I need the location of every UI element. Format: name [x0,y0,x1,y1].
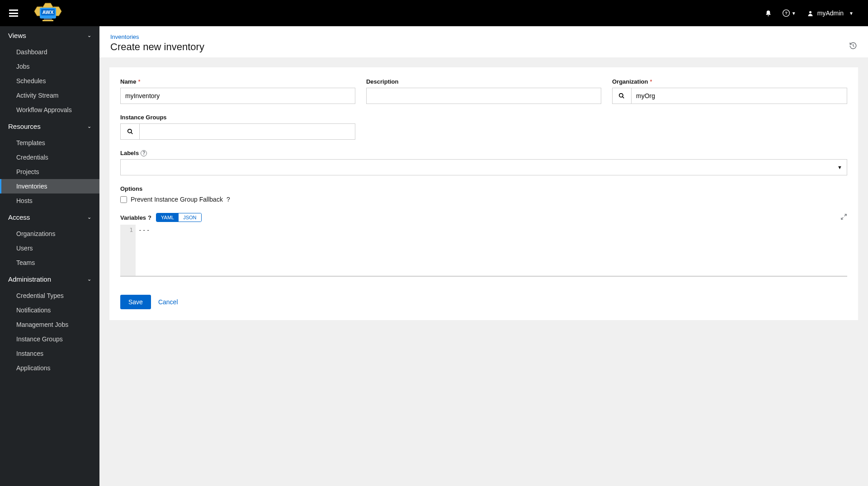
svg-line-14 [131,132,132,134]
help-icon[interactable]: ? [226,196,230,203]
name-field[interactable] [120,88,355,104]
labels-label: Labels ? [120,150,847,156]
variables-label: Variables ? [120,214,151,221]
svg-line-15 [844,214,846,216]
prevent-fallback-label: Prevent Instance Group Fallback [131,196,223,203]
main-content: Inventories Create new inventory Name* D… [99,26,868,486]
variables-editor[interactable]: 1 --- [120,225,847,277]
sidebar-item-dashboard[interactable]: Dashboard [0,45,99,59]
description-label: Description [366,78,601,85]
sidebar-item-organizations[interactable]: Organizations [0,226,99,241]
description-field[interactable] [366,88,601,104]
sidebar-item-inventories[interactable]: Inventories [0,179,99,193]
svg-point-10 [809,11,811,13]
sidebar: Views ⌄ Dashboard Jobs Schedules Activit… [0,26,99,486]
sidebar-item-schedules[interactable]: Schedules [0,74,99,88]
chevron-down-icon: ⌄ [87,276,91,282]
notifications-icon[interactable] [760,10,777,17]
chevron-down-icon: ▼ [849,11,854,16]
editor-content[interactable]: --- [136,225,847,276]
user-menu[interactable]: myAdmin ▼ [802,9,859,17]
json-toggle[interactable]: JSON [179,213,201,222]
sidebar-item-users[interactable]: Users [0,241,99,255]
sidebar-item-notifications[interactable]: Notifications [0,303,99,317]
sidebar-item-instance-groups[interactable]: Instance Groups [0,332,99,346]
svg-point-13 [127,129,131,133]
help-icon[interactable]: ? [148,214,151,221]
svg-text:AWX: AWX [42,9,54,15]
chevron-down-icon: ⌄ [87,214,91,220]
svg-point-11 [619,94,623,97]
name-label: Name* [120,78,355,85]
cancel-button[interactable]: Cancel [158,298,178,306]
organization-field[interactable] [631,88,847,104]
prevent-fallback-checkbox[interactable] [120,196,127,203]
sidebar-item-workflow-approvals[interactable]: Workflow Approvals [0,103,99,117]
app-logo[interactable]: AWX [32,2,64,24]
organization-label: Organization* [612,78,847,85]
editor-gutter: 1 [120,225,136,276]
activity-history-icon[interactable] [849,33,857,51]
sidebar-item-credential-types[interactable]: Credential Types [0,288,99,303]
sidebar-item-instances[interactable]: Instances [0,346,99,361]
sidebar-item-credentials[interactable]: Credentials [0,150,99,165]
sidebar-section-views[interactable]: Views ⌄ [0,26,99,45]
topbar: AWX ? ▼ myAdmin ▼ [0,0,868,26]
svg-line-12 [623,97,624,99]
labels-select[interactable]: ▼ [120,159,847,175]
yaml-toggle[interactable]: YAML [156,213,179,222]
chevron-down-icon: ⌄ [87,123,91,129]
svg-rect-7 [42,20,53,21]
breadcrumb[interactable]: Inventories [110,33,204,40]
sidebar-section-administration[interactable]: Administration ⌄ [0,270,99,288]
format-toggle: YAML JSON [156,213,201,222]
sidebar-item-templates[interactable]: Templates [0,136,99,150]
chevron-down-icon: ▼ [837,165,842,170]
form-card: Name* Description Organization* [109,67,858,320]
save-button[interactable]: Save [120,295,151,309]
help-icon[interactable]: ? [141,150,147,156]
sidebar-item-management-jobs[interactable]: Management Jobs [0,317,99,332]
instance-groups-label: Instance Groups [120,114,355,121]
organization-lookup-button[interactable] [612,88,631,104]
username-label: myAdmin [817,9,844,17]
nav-toggle-button[interactable] [9,9,18,17]
svg-line-16 [841,217,843,219]
chevron-down-icon: ⌄ [87,33,91,38]
sidebar-item-projects[interactable]: Projects [0,165,99,179]
svg-text:?: ? [785,11,788,15]
svg-rect-6 [44,19,52,20]
chevron-down-icon: ▼ [792,11,796,16]
sidebar-item-activity-stream[interactable]: Activity Stream [0,88,99,103]
sidebar-item-hosts[interactable]: Hosts [0,193,99,208]
page-title: Create new inventory [110,41,204,53]
sidebar-section-resources[interactable]: Resources ⌄ [0,117,99,136]
instance-groups-lookup-button[interactable] [120,123,139,140]
options-label: Options [120,185,847,192]
sidebar-section-access[interactable]: Access ⌄ [0,208,99,226]
expand-icon[interactable] [840,213,847,222]
instance-groups-field[interactable] [139,123,355,140]
sidebar-item-jobs[interactable]: Jobs [0,59,99,74]
help-menu[interactable]: ? ▼ [777,9,802,17]
sidebar-item-applications[interactable]: Applications [0,361,99,375]
sidebar-item-teams[interactable]: Teams [0,255,99,270]
